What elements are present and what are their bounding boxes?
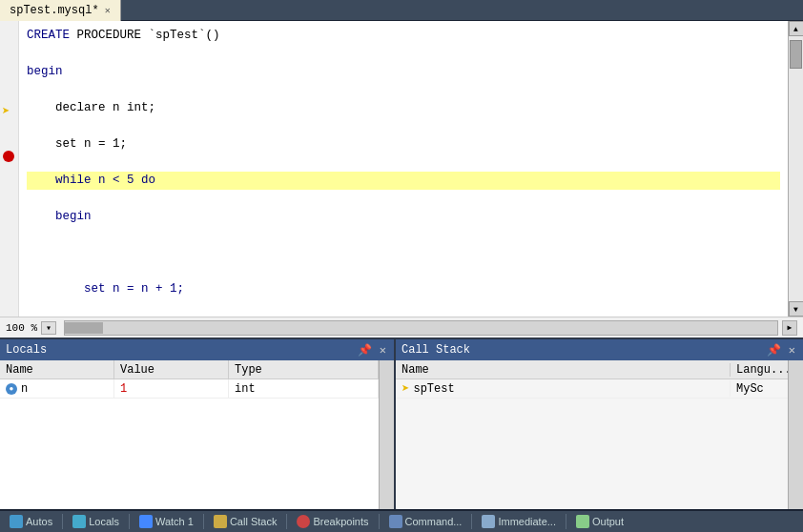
- locals-table-header: Name Value Type: [0, 360, 379, 379]
- cs-col-name: Name: [396, 363, 731, 377]
- autos-icon: [10, 515, 23, 528]
- tab-sptest[interactable]: spTest.mysql* ✕: [0, 0, 121, 21]
- callstack-panel-header: Call Stack 📌 ✕: [396, 339, 803, 360]
- zoom-level: 100 %: [6, 322, 37, 334]
- hscroll-thumb[interactable]: [65, 322, 103, 334]
- horizontal-scrollbar[interactable]: [64, 320, 778, 336]
- cs-cell-lang: MySc: [731, 382, 788, 396]
- toolbar-divider-6: [471, 514, 472, 529]
- callstack-close-button[interactable]: ✕: [787, 343, 797, 358]
- callstack-pin-button[interactable]: 📌: [765, 343, 783, 358]
- scroll-up-button[interactable]: ▲: [789, 21, 804, 36]
- locals-col-name: Name: [0, 360, 114, 379]
- immediate-icon: [482, 515, 495, 528]
- cs-cell-name: ➤ spTest: [396, 380, 731, 397]
- toolbar-divider-5: [379, 514, 380, 529]
- locals-scrollbar[interactable]: [379, 360, 394, 509]
- autos-button[interactable]: Autos: [4, 513, 58, 530]
- locals-panel-header: Locals 📌 ✕: [0, 339, 394, 360]
- callstack-row: ➤ spTest MySc: [396, 379, 788, 399]
- bottom-toolbar: Autos Locals Watch 1 Call Stack Breakpoi…: [0, 509, 803, 532]
- tab-close-button[interactable]: ✕: [105, 5, 111, 16]
- callstack-button[interactable]: Call Stack: [208, 513, 283, 530]
- callstack-table-header: Name Langu...: [396, 360, 788, 379]
- callstack-panel-controls: 📌 ✕: [765, 343, 797, 358]
- toolbar-divider-3: [203, 514, 204, 529]
- zoom-dropdown-button[interactable]: ▾: [41, 321, 56, 335]
- scroll-track[interactable]: [789, 36, 803, 301]
- locals-col-type: Type: [229, 360, 379, 379]
- locals-cell-value: 1: [114, 379, 229, 398]
- tab-label: spTest.mysql*: [10, 4, 99, 17]
- toolbar-divider-2: [129, 514, 130, 529]
- immediate-button[interactable]: Immediate...: [476, 513, 562, 530]
- locals-panel: Locals 📌 ✕ Name Value Type ● n: [0, 339, 396, 509]
- panels-row: Locals 📌 ✕ Name Value Type ● n: [0, 338, 803, 509]
- breakpoint-marker[interactable]: [3, 151, 14, 162]
- toolbar-divider-7: [566, 514, 566, 529]
- scroll-down-button[interactable]: ▼: [789, 301, 804, 317]
- locals-table: Name Value Type ● n 1 int: [0, 360, 379, 509]
- locals-icon: [72, 515, 86, 528]
- watch1-button[interactable]: Watch 1: [134, 513, 199, 530]
- toolbar-divider-4: [286, 514, 287, 529]
- cs-arrow-icon: ➤: [402, 380, 409, 397]
- line-gutter: ➤: [0, 21, 19, 317]
- locals-close-button[interactable]: ✕: [378, 343, 388, 358]
- code-editor[interactable]: CREATE PROCEDURE `spTest`() begin declar…: [19, 21, 788, 317]
- scroll-thumb[interactable]: [790, 40, 802, 69]
- output-icon: [576, 515, 589, 528]
- callstack-panel: Call Stack 📌 ✕ Name Langu... ➤ spTest: [396, 339, 803, 509]
- current-line-arrow: ➤: [2, 105, 10, 118]
- cs-col-lang: Langu...: [731, 363, 788, 377]
- output-button[interactable]: Output: [570, 513, 629, 530]
- callstack-panel-title: Call Stack: [402, 343, 470, 357]
- callstack-icon: [214, 515, 227, 528]
- var-icon: ●: [6, 383, 17, 395]
- hscroll-right-button[interactable]: ▶: [782, 320, 797, 336]
- command-icon: [389, 515, 402, 528]
- locals-panel-controls: 📌 ✕: [356, 343, 388, 358]
- locals-button[interactable]: Locals: [67, 513, 125, 530]
- locals-row: ● n 1 int: [0, 379, 379, 399]
- locals-panel-title: Locals: [6, 343, 47, 357]
- zoom-bar: 100 % ▾ ▶: [0, 317, 803, 338]
- watch-icon: [139, 515, 153, 528]
- editor-area: ➤ CREATE PROCEDURE `spTest`() begin decl…: [0, 21, 803, 317]
- breakpoints-icon: [297, 515, 310, 528]
- command-button[interactable]: Command...: [383, 513, 468, 530]
- locals-cell-type: int: [229, 379, 379, 398]
- locals-cell-name: ● n: [0, 379, 114, 398]
- tab-bar: spTest.mysql* ✕: [0, 0, 803, 21]
- breakpoints-button[interactable]: Breakpoints: [291, 513, 374, 530]
- toolbar-divider-1: [62, 514, 63, 529]
- locals-pin-button[interactable]: 📌: [356, 343, 374, 358]
- locals-col-value: Value: [114, 360, 229, 379]
- callstack-scrollbar[interactable]: [788, 360, 803, 509]
- vertical-scrollbar[interactable]: ▲ ▼: [788, 21, 803, 317]
